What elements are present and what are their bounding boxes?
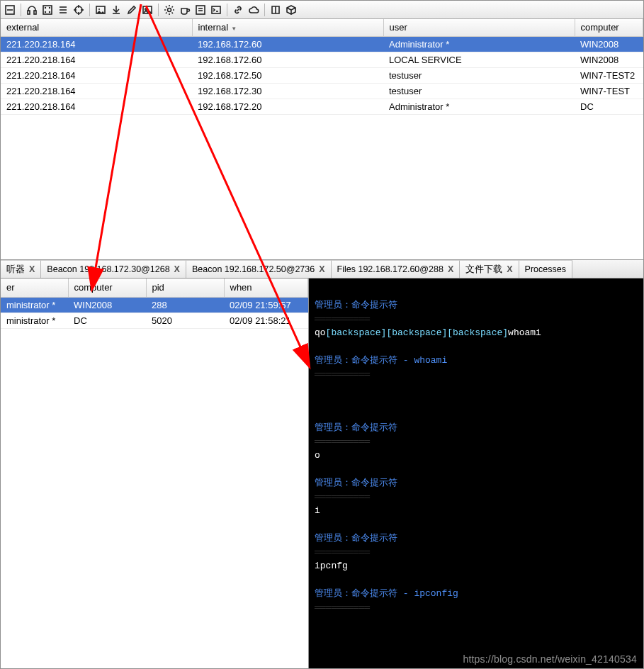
console-line: 管理员：命令提示符 bbox=[315, 298, 638, 311]
console-line: 管理员：命令提示符 bbox=[315, 532, 638, 544]
tab-close-icon[interactable]: X bbox=[174, 264, 180, 274]
tab-close-icon[interactable]: X bbox=[507, 264, 512, 274]
tab[interactable]: Processes bbox=[519, 260, 572, 278]
list-icon[interactable] bbox=[57, 4, 69, 16]
col-user[interactable]: user bbox=[383, 19, 575, 36]
tab[interactable]: 听器X bbox=[1, 260, 41, 278]
col-pid[interactable]: pid bbox=[146, 279, 224, 297]
download-icon[interactable] bbox=[110, 4, 123, 16]
cell-computer: WIN7-TEST bbox=[575, 83, 643, 99]
console-line: 管理员：命令提示符 bbox=[315, 421, 638, 434]
cell-computer: WIN2008 bbox=[575, 36, 643, 52]
console-line: ══════════ bbox=[315, 314, 638, 325]
console-line: ipcnfg bbox=[315, 561, 638, 571]
tab-close-icon[interactable]: X bbox=[29, 264, 35, 274]
cell-computer: WIN2008 bbox=[68, 297, 146, 313]
tab-strip: 听器XBeacon 192.168.172.30@1268XBeacon 192… bbox=[1, 260, 643, 279]
cloud-icon[interactable] bbox=[247, 4, 260, 16]
sessions-table[interactable]: external internal▼ user computer 221.220… bbox=[1, 19, 643, 115]
tab-label: 文件下载 bbox=[465, 264, 502, 276]
col-when[interactable]: when bbox=[224, 279, 308, 297]
tab-label: 听器 bbox=[6, 264, 25, 276]
tab-close-icon[interactable]: X bbox=[319, 264, 324, 274]
tab[interactable]: 文件下载X bbox=[460, 260, 519, 278]
svg-point-22 bbox=[168, 8, 171, 11]
col-computer2[interactable]: computer bbox=[68, 279, 146, 297]
session-row[interactable]: 221.220.218.164192.168.172.50testuserWIN… bbox=[1, 67, 643, 83]
minimize-icon[interactable] bbox=[4, 4, 16, 16]
toolbar bbox=[1, 1, 643, 19]
console-line bbox=[315, 395, 638, 408]
book-icon[interactable] bbox=[269, 4, 282, 16]
tab[interactable]: Beacon 192.168.172.50@2736X bbox=[186, 260, 332, 278]
svg-rect-26 bbox=[212, 6, 220, 13]
process-pane: er computer pid when ministrator *WIN200… bbox=[1, 279, 309, 668]
terminal-icon[interactable] bbox=[210, 4, 222, 16]
text-icon[interactable] bbox=[194, 4, 207, 16]
console-line: 管理员：命令提示符 bbox=[315, 476, 638, 489]
dice-icon[interactable] bbox=[41, 4, 54, 16]
console-line: ══════════ bbox=[315, 547, 638, 558]
console-line bbox=[315, 574, 638, 587]
cell-computer: DC bbox=[575, 99, 643, 114]
console-line: o bbox=[315, 450, 638, 461]
console-line: ══════════ bbox=[315, 369, 638, 380]
col-computer[interactable]: computer bbox=[575, 19, 643, 36]
session-row[interactable]: 221.220.218.164192.168.172.60Administrat… bbox=[1, 36, 643, 52]
cell-external: 221.220.218.164 bbox=[1, 99, 192, 114]
pencil-icon[interactable] bbox=[125, 4, 138, 16]
cell-user: LOCAL SERVICE bbox=[383, 52, 575, 67]
toolbar-separator bbox=[264, 4, 265, 16]
console-line bbox=[315, 341, 638, 354]
cell-internal: 192.168.172.60 bbox=[192, 52, 383, 67]
cell-er: ministrator * bbox=[1, 313, 68, 328]
col-external[interactable]: external bbox=[1, 19, 192, 36]
gear-icon[interactable] bbox=[163, 4, 176, 16]
svg-rect-3 bbox=[34, 11, 36, 14]
svg-point-6 bbox=[49, 6, 50, 8]
toolbar-separator bbox=[21, 4, 21, 16]
cell-when: 02/09 21:58:21 bbox=[224, 313, 308, 328]
col-er[interactable]: er bbox=[1, 279, 68, 297]
svg-point-5 bbox=[45, 6, 46, 8]
process-row[interactable]: ministrator *WIN200828802/09 21:59:57 bbox=[1, 297, 308, 313]
target-icon[interactable] bbox=[72, 4, 85, 16]
console-line: i bbox=[315, 505, 638, 516]
cell-user: testuser bbox=[383, 67, 575, 83]
cell-computer: WIN2008 bbox=[575, 52, 643, 67]
cell-pid: 5020 bbox=[146, 313, 224, 328]
svg-rect-23 bbox=[196, 6, 205, 14]
coffee-icon[interactable] bbox=[179, 4, 191, 16]
console-line: 管理员：命令提示符 - ipconfig bbox=[315, 587, 638, 600]
session-row[interactable]: 221.220.218.164192.168.172.30testuserWIN… bbox=[1, 83, 643, 99]
tab-close-icon[interactable]: X bbox=[448, 264, 453, 274]
headphones-icon[interactable] bbox=[26, 4, 38, 16]
link-icon[interactable] bbox=[232, 4, 244, 16]
svg-rect-2 bbox=[28, 11, 30, 14]
tab-label: Beacon 192.168.172.30@1268 bbox=[47, 264, 169, 274]
package-icon[interactable] bbox=[285, 4, 298, 16]
tab[interactable]: Beacon 192.168.172.30@1268X bbox=[41, 260, 186, 278]
cell-pid: 288 bbox=[146, 297, 224, 313]
image-box-icon[interactable] bbox=[94, 4, 107, 16]
svg-point-8 bbox=[49, 11, 50, 12]
tab[interactable]: Files 192.168.172.60@288X bbox=[332, 260, 461, 278]
tab-label: Beacon 192.168.172.50@2736 bbox=[192, 264, 315, 274]
session-row[interactable]: 221.220.218.164192.168.172.20Administrat… bbox=[1, 99, 643, 114]
console-line: ══════════ bbox=[315, 437, 638, 447]
toolbar-separator bbox=[89, 4, 90, 16]
cell-internal: 192.168.172.30 bbox=[192, 83, 383, 99]
col-internal[interactable]: internal▼ bbox=[192, 19, 383, 36]
lower-split: er computer pid when ministrator *WIN200… bbox=[1, 279, 643, 668]
session-row[interactable]: 221.220.218.164192.168.172.60LOCAL SERVI… bbox=[1, 52, 643, 67]
tab-label: Processes bbox=[525, 264, 566, 274]
cell-external: 221.220.218.164 bbox=[1, 83, 192, 99]
console-output[interactable]: 管理员：命令提示符══════════qo[backspace][backspa… bbox=[309, 279, 643, 668]
cell-internal: 192.168.172.20 bbox=[192, 99, 383, 114]
picture-icon[interactable] bbox=[141, 4, 154, 16]
cell-internal: 192.168.172.50 bbox=[192, 67, 383, 83]
process-row[interactable]: ministrator *DC502002/09 21:58:21 bbox=[1, 313, 308, 328]
process-table[interactable]: er computer pid when ministrator *WIN200… bbox=[1, 279, 308, 329]
console-line bbox=[315, 519, 638, 532]
console-line: ══════════ bbox=[315, 492, 638, 502]
